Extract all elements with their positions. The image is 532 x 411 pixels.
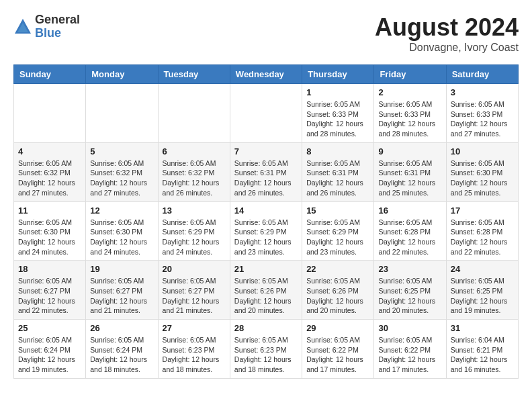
calendar-cell: 8Sunrise: 6:05 AM Sunset: 6:31 PM Daylig… [302, 142, 374, 201]
day-info: Sunrise: 6:05 AM Sunset: 6:31 PM Dayligh… [306, 158, 369, 198]
day-info: Sunrise: 6:05 AM Sunset: 6:22 PM Dayligh… [378, 335, 441, 375]
header: General Blue August 2024 Donvagne, Ivory… [13, 13, 519, 54]
day-info: Sunrise: 6:05 AM Sunset: 6:27 PM Dayligh… [18, 276, 81, 316]
calendar-body: 1Sunrise: 6:05 AM Sunset: 6:33 PM Daylig… [14, 84, 519, 379]
day-info: Sunrise: 6:05 AM Sunset: 6:32 PM Dayligh… [18, 158, 81, 198]
month-year: August 2024 [375, 13, 519, 42]
day-info: Sunrise: 6:05 AM Sunset: 6:33 PM Dayligh… [451, 99, 514, 139]
calendar-cell: 9Sunrise: 6:05 AM Sunset: 6:31 PM Daylig… [374, 142, 446, 201]
day-number: 19 [90, 264, 153, 274]
day-number: 20 [163, 264, 226, 274]
day-info: Sunrise: 6:05 AM Sunset: 6:25 PM Dayligh… [378, 276, 441, 316]
day-info: Sunrise: 6:05 AM Sunset: 6:31 PM Dayligh… [378, 158, 441, 198]
calendar-cell: 5Sunrise: 6:05 AM Sunset: 6:32 PM Daylig… [86, 142, 158, 201]
day-info: Sunrise: 6:05 AM Sunset: 6:32 PM Dayligh… [90, 158, 153, 198]
logo-general-text: General [35, 13, 80, 27]
day-info: Sunrise: 6:05 AM Sunset: 6:23 PM Dayligh… [163, 335, 226, 375]
day-info: Sunrise: 6:05 AM Sunset: 6:24 PM Dayligh… [90, 335, 153, 375]
day-number: 8 [306, 146, 369, 156]
day-number: 18 [18, 264, 81, 274]
day-info: Sunrise: 6:05 AM Sunset: 6:33 PM Dayligh… [378, 99, 441, 139]
calendar-cell: 18Sunrise: 6:05 AM Sunset: 6:27 PM Dayli… [14, 261, 86, 320]
calendar-header: SundayMondayTuesdayWednesdayThursdayFrid… [14, 65, 519, 84]
day-number: 10 [451, 146, 514, 156]
calendar-cell [158, 84, 230, 143]
calendar-week-4: 18Sunrise: 6:05 AM Sunset: 6:27 PM Dayli… [14, 261, 519, 320]
calendar-cell: 15Sunrise: 6:05 AM Sunset: 6:29 PM Dayli… [302, 201, 374, 261]
weekday-header-tuesday: Tuesday [158, 65, 230, 84]
weekday-header-monday: Monday [86, 65, 158, 84]
day-number: 11 [18, 205, 81, 216]
day-number: 7 [234, 146, 298, 156]
day-number: 22 [306, 264, 369, 274]
calendar-cell: 10Sunrise: 6:05 AM Sunset: 6:30 PM Dayli… [446, 142, 518, 201]
calendar-cell: 21Sunrise: 6:05 AM Sunset: 6:26 PM Dayli… [230, 261, 302, 320]
logo: General Blue [13, 13, 80, 40]
day-number: 3 [451, 87, 514, 97]
weekday-header-wednesday: Wednesday [230, 65, 302, 84]
calendar-cell: 4Sunrise: 6:05 AM Sunset: 6:32 PM Daylig… [14, 142, 86, 201]
weekday-header-friday: Friday [374, 65, 446, 84]
calendar-week-3: 11Sunrise: 6:05 AM Sunset: 6:30 PM Dayli… [14, 201, 519, 261]
day-number: 28 [234, 323, 298, 333]
day-number: 30 [378, 323, 441, 333]
day-number: 5 [90, 146, 153, 156]
day-number: 1 [306, 87, 369, 97]
calendar-cell: 13Sunrise: 6:05 AM Sunset: 6:29 PM Dayli… [158, 201, 230, 261]
calendar-cell: 14Sunrise: 6:05 AM Sunset: 6:29 PM Dayli… [230, 201, 302, 261]
calendar-cell: 7Sunrise: 6:05 AM Sunset: 6:31 PM Daylig… [230, 142, 302, 201]
calendar-cell: 6Sunrise: 6:05 AM Sunset: 6:32 PM Daylig… [158, 142, 230, 201]
day-number: 9 [378, 146, 441, 156]
day-info: Sunrise: 6:05 AM Sunset: 6:26 PM Dayligh… [234, 276, 298, 316]
day-info: Sunrise: 6:05 AM Sunset: 6:30 PM Dayligh… [451, 158, 514, 198]
day-info: Sunrise: 6:05 AM Sunset: 6:28 PM Dayligh… [451, 218, 514, 257]
calendar-cell [14, 84, 86, 143]
day-number: 14 [234, 205, 298, 216]
day-number: 15 [306, 205, 369, 216]
day-number: 16 [378, 205, 441, 216]
calendar-cell: 19Sunrise: 6:05 AM Sunset: 6:27 PM Dayli… [86, 261, 158, 320]
calendar-cell: 12Sunrise: 6:05 AM Sunset: 6:30 PM Dayli… [86, 201, 158, 261]
location: Donvagne, Ivory Coast [375, 42, 519, 54]
day-info: Sunrise: 6:05 AM Sunset: 6:23 PM Dayligh… [234, 335, 298, 375]
calendar-cell: 17Sunrise: 6:05 AM Sunset: 6:28 PM Dayli… [446, 201, 518, 261]
calendar-cell: 24Sunrise: 6:05 AM Sunset: 6:25 PM Dayli… [446, 261, 518, 320]
calendar-cell: 27Sunrise: 6:05 AM Sunset: 6:23 PM Dayli… [158, 320, 230, 379]
title-area: August 2024 Donvagne, Ivory Coast [375, 13, 519, 54]
day-info: Sunrise: 6:05 AM Sunset: 6:29 PM Dayligh… [234, 218, 298, 257]
logo-text: General Blue [35, 13, 80, 40]
day-info: Sunrise: 6:05 AM Sunset: 6:26 PM Dayligh… [306, 276, 369, 316]
day-number: 23 [378, 264, 441, 274]
day-number: 31 [451, 323, 514, 333]
calendar-cell: 25Sunrise: 6:05 AM Sunset: 6:24 PM Dayli… [14, 320, 86, 379]
calendar-week-2: 4Sunrise: 6:05 AM Sunset: 6:32 PM Daylig… [14, 142, 519, 201]
day-info: Sunrise: 6:05 AM Sunset: 6:28 PM Dayligh… [378, 218, 441, 257]
weekday-header-thursday: Thursday [302, 65, 374, 84]
day-info: Sunrise: 6:05 AM Sunset: 6:27 PM Dayligh… [90, 276, 153, 316]
day-info: Sunrise: 6:05 AM Sunset: 6:31 PM Dayligh… [234, 158, 298, 198]
calendar-cell: 23Sunrise: 6:05 AM Sunset: 6:25 PM Dayli… [374, 261, 446, 320]
calendar-cell: 28Sunrise: 6:05 AM Sunset: 6:23 PM Dayli… [230, 320, 302, 379]
day-number: 4 [18, 146, 81, 156]
day-number: 25 [18, 323, 81, 333]
calendar-week-1: 1Sunrise: 6:05 AM Sunset: 6:33 PM Daylig… [14, 84, 519, 143]
weekday-header-saturday: Saturday [446, 65, 518, 84]
day-info: Sunrise: 6:04 AM Sunset: 6:21 PM Dayligh… [451, 335, 514, 375]
day-info: Sunrise: 6:05 AM Sunset: 6:33 PM Dayligh… [306, 99, 369, 139]
day-info: Sunrise: 6:05 AM Sunset: 6:25 PM Dayligh… [451, 276, 514, 316]
day-number: 2 [378, 87, 441, 97]
day-number: 13 [163, 205, 226, 216]
day-number: 12 [90, 205, 153, 216]
weekday-header-sunday: Sunday [14, 65, 86, 84]
day-number: 26 [90, 323, 153, 333]
day-info: Sunrise: 6:05 AM Sunset: 6:29 PM Dayligh… [306, 218, 369, 257]
calendar-cell [86, 84, 158, 143]
day-number: 27 [163, 323, 226, 333]
day-info: Sunrise: 6:05 AM Sunset: 6:30 PM Dayligh… [18, 218, 81, 257]
day-info: Sunrise: 6:05 AM Sunset: 6:30 PM Dayligh… [90, 218, 153, 257]
calendar-cell: 3Sunrise: 6:05 AM Sunset: 6:33 PM Daylig… [446, 84, 518, 143]
calendar: SundayMondayTuesdayWednesdayThursdayFrid… [13, 64, 519, 379]
day-info: Sunrise: 6:05 AM Sunset: 6:32 PM Dayligh… [163, 158, 226, 198]
day-number: 6 [163, 146, 226, 156]
calendar-cell: 16Sunrise: 6:05 AM Sunset: 6:28 PM Dayli… [374, 201, 446, 261]
